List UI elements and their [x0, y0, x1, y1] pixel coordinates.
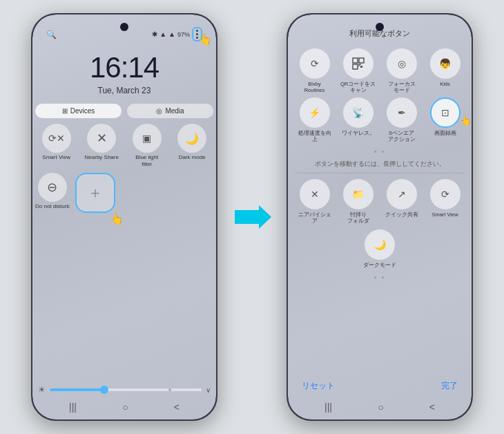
reset-button[interactable]: リセット [302, 380, 335, 392]
btn-kids[interactable]: 👦 Kids [425, 48, 465, 93]
done-button[interactable]: 完了 [441, 380, 458, 392]
svg-rect-2 [359, 58, 364, 63]
kids-icon: 👦 [430, 48, 461, 79]
tile-blue-light[interactable]: ▣ Blue lightfilter [126, 124, 168, 167]
active-nearby-label: ニアバイシェア [298, 211, 331, 224]
active-quick-share[interactable]: ↗ クイック共有 [382, 179, 421, 224]
search-icon: 🔍 [46, 30, 57, 39]
phone-left-screen: 🔍 ✱ ▲ ▲ 97% 👆 [32, 15, 216, 419]
main-container: 🔍 ✱ ▲ ▲ 97% 👆 [0, 0, 504, 434]
arrow-svg [231, 203, 273, 231]
nav-recent-icon[interactable]: ||| [69, 402, 77, 413]
qr-scan-icon [343, 48, 374, 79]
nearby-share-icon: ✕ [87, 124, 116, 153]
performance-icon: ⚡ [300, 97, 330, 128]
camera-notch-right [376, 23, 384, 31]
dot2 [196, 33, 198, 35]
focus-mode-label: フォーカスモード [388, 81, 416, 93]
brightness-row: ☀ ∨ [32, 379, 216, 397]
svg-marker-0 [235, 205, 271, 229]
bixby-routines-label: BixbyRoutines [304, 81, 325, 93]
tile-smart-view[interactable]: ⟳✕ Smart View [35, 124, 78, 167]
add-tile-button[interactable]: ＋ [75, 173, 115, 213]
do-not-disturb-label: Do not disturb [35, 203, 70, 210]
qr-scan-label: QRコードをスキャン [340, 81, 376, 93]
dark-mode-section: 🌙 ダークモード [288, 227, 472, 271]
svg-rect-3 [353, 64, 358, 69]
btn-wireless[interactable]: 📡 ワイヤレス。 [338, 97, 378, 142]
nav-home-icon-right[interactable]: ○ [378, 402, 383, 413]
screen-record-label: 画面録画 [434, 130, 456, 136]
wireless-icon: 📡 [343, 97, 374, 128]
tab-devices[interactable]: ⊞ Devices [35, 104, 122, 118]
btn-bixby-routines[interactable]: ⟳ BixbyRoutines [295, 48, 334, 93]
spen-label: Sペンエアアクション [388, 130, 416, 142]
tile-dark-mode[interactable]: 🌙 Dark mode [171, 124, 214, 167]
quick-panel-tabs: ⊞ Devices ◎ Media [32, 98, 216, 121]
active-dark-mode[interactable]: 🌙 ダークモード [295, 229, 465, 268]
add-tile-row: ⊖ Do not disturb ＋ 👆 [32, 170, 216, 216]
brightness-slider[interactable] [50, 388, 202, 391]
slider-thumb [100, 386, 108, 394]
plus-icon: ＋ [88, 182, 103, 203]
tab-devices-label: Devices [70, 107, 95, 115]
active-smart-view[interactable]: ⟳ Smart View [425, 179, 465, 224]
available-buttons-grid: ⟳ BixbyRoutines QRコードをスキャン ◎ フォーカスモード 👦 … [288, 46, 472, 145]
active-nearby-icon: ✕ [300, 179, 330, 209]
smart-view-icon: ⟳✕ [42, 124, 71, 153]
btn-performance[interactable]: ⚡ 処理速度を向上 [295, 97, 334, 142]
kids-label: Kids [440, 81, 450, 87]
screen-record-icon: ⊡ [430, 97, 461, 128]
time-display: 16:14 Tue, March 23 [32, 44, 216, 98]
btn-screen-record[interactable]: ⊡ 画面録画 👆 [425, 97, 465, 142]
btn-focus-mode[interactable]: ◎ フォーカスモード [382, 48, 421, 93]
do-not-disturb-icon: ⊖ [38, 173, 67, 202]
dark-mode-icon: 🌙 [177, 124, 206, 153]
focus-mode-icon: ◎ [387, 48, 417, 79]
btn-qr-scan[interactable]: QRコードをスキャン [338, 48, 378, 93]
active-dark-label: ダークモード [363, 262, 396, 268]
brightness-chevron-icon: ∨ [206, 386, 211, 394]
clock-time: 16:14 [32, 51, 216, 84]
active-folder-label: 忖拝りフォルダ [347, 211, 369, 224]
slider-fill [50, 388, 103, 391]
nav-home-icon[interactable]: ○ [122, 402, 128, 413]
tab-media-label: Media [165, 107, 184, 115]
wireless-label: ワイヤレス。 [342, 130, 375, 136]
active-nearby-share[interactable]: ✕ ニアバイシェア [295, 179, 334, 224]
move-hint-text: ボタンを移動するには、長押ししてください。 [288, 158, 472, 173]
bottom-actions: リセット 完了 [288, 375, 472, 397]
nav-back-icon-right[interactable]: < [429, 402, 435, 413]
nav-recent-icon-right[interactable]: ||| [324, 402, 332, 413]
active-folder-icon: 📁 [343, 179, 374, 209]
tab-media[interactable]: ◎ Media [127, 104, 213, 118]
dots-indicator: • • [288, 145, 472, 158]
performance-label: 処理速度を向上 [298, 130, 331, 142]
active-share-icon: ↗ [387, 179, 417, 209]
active-dark-icon: 🌙 [365, 229, 395, 260]
active-folder[interactable]: 📁 忖拝りフォルダ [338, 179, 378, 224]
btn-spen[interactable]: ✒ Sペンエアアクション [382, 97, 421, 142]
tile-nearby-share[interactable]: ✕ Nearby Share [81, 124, 124, 167]
blue-light-icon: ▣ [133, 124, 162, 153]
battery-percent: 97% [177, 31, 190, 38]
do-not-disturb-tile[interactable]: ⊖ Do not disturb [35, 173, 70, 210]
phone-left: 🔍 ✱ ▲ ▲ 97% 👆 [31, 13, 217, 421]
bottom-nav-right: ||| ○ < [288, 397, 472, 419]
active-buttons-section: ✕ ニアバイシェア 📁 忖拝りフォルダ ↗ クイック共有 ⟳ Smart Vie… [288, 173, 472, 227]
active-smartview-icon: ⟳ [430, 179, 461, 209]
bottom-nav-left: ||| ○ < [32, 397, 216, 419]
bluetooth-icon: ✱ [152, 30, 157, 38]
status-icons: ✱ ▲ ▲ 97% 👆 [152, 27, 202, 41]
add-tile-container: ＋ 👆 [75, 173, 115, 213]
dot1 [196, 30, 198, 32]
spen-icon: ✒ [387, 97, 417, 128]
arrow-indicator [231, 203, 273, 231]
three-dot-menu[interactable] [192, 27, 202, 41]
phone-right-screen: 利用可能なボタン ⟳ BixbyRoutines QRコードをスキャン ◎ フォ… [288, 15, 472, 419]
more-options-button[interactable]: 👆 [192, 27, 202, 41]
signal-icon: ▲ [168, 30, 175, 38]
blue-light-label: Blue lightfilter [135, 154, 158, 167]
nav-back-icon[interactable]: < [174, 402, 180, 413]
svg-rect-1 [353, 58, 358, 63]
